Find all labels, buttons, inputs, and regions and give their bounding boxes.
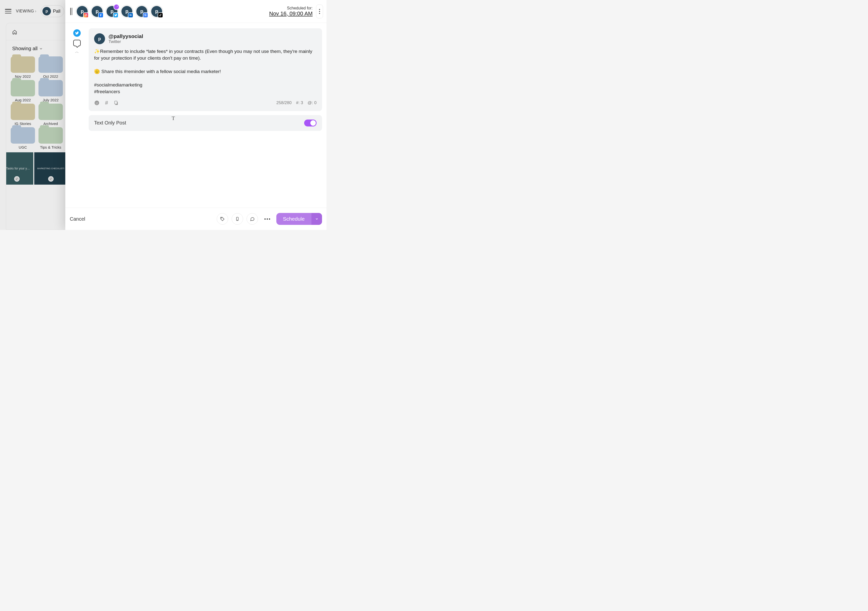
post-network: Twitter (108, 39, 143, 44)
schedule-post-modal: p p p ✓ p in p G p Scheduled for: Nov 16… (65, 0, 327, 230)
text-only-icon: T (170, 115, 176, 121)
selected-check-icon: ✓ (116, 5, 119, 8)
folder-label: Archived (43, 121, 58, 126)
folder-label: Nov 2022 (15, 74, 31, 79)
menu-icon (5, 9, 11, 13)
collapse-up-icon[interactable]: ︿ (75, 49, 79, 54)
folder-icon (11, 56, 35, 73)
chevron-down-icon (315, 217, 319, 221)
folder-icon (11, 104, 35, 120)
folder-label: Tips & Tricks (40, 145, 61, 149)
phone-icon (235, 216, 240, 221)
folder-label: Oct 2022 (43, 74, 58, 79)
schedule-button[interactable]: Schedule (276, 213, 322, 225)
folder: Oct 2022 (38, 56, 63, 79)
hashtag-count: #: 3 (296, 100, 303, 105)
svg-point-3 (95, 101, 99, 105)
home-icon (12, 30, 17, 34)
scheduled-for-label: Scheduled for: (269, 6, 313, 11)
svg-point-4 (96, 102, 96, 103)
svg-point-1 (85, 15, 87, 16)
copy-icon[interactable] (113, 100, 119, 106)
text-only-toggle[interactable] (304, 120, 316, 126)
media-thumbnail: 4 Tasks for your y…✓ (6, 152, 33, 185)
emoji-picker-icon[interactable] (94, 100, 99, 106)
folder: Aug 2022 (10, 80, 36, 102)
folder-label: UGC (19, 145, 27, 149)
account-instagram[interactable]: p (76, 5, 88, 18)
folder: UGC (10, 127, 36, 149)
tiktok-icon (158, 12, 163, 18)
folder-icon (39, 56, 63, 73)
account-tiktok[interactable]: p (150, 5, 163, 18)
folder: Archived (38, 104, 63, 126)
twitter-icon (113, 12, 118, 18)
scheduled-time[interactable]: Nov 16, 09:00 AM (269, 11, 313, 17)
chevron-down-icon (39, 47, 43, 51)
comment-button[interactable] (246, 213, 258, 225)
brand-name: Pall (53, 9, 60, 14)
mobile-preview-button[interactable] (232, 213, 243, 225)
modal-header: p p p ✓ p in p G p Scheduled for: Nov 16… (65, 0, 327, 23)
facebook-icon (98, 12, 104, 18)
svg-point-10 (237, 220, 238, 220)
sidebar: Showing all Nov 2022 Oct 2022 Aug 2022 J… (6, 23, 68, 230)
google-icon: G (143, 12, 148, 18)
brand-avatar-icon: p (42, 7, 51, 16)
folder-icon (39, 127, 63, 144)
text-only-post-row: Text Only Post (88, 115, 322, 131)
cancel-button[interactable]: Cancel (70, 216, 85, 222)
folder-icon (39, 80, 63, 96)
instagram-icon (83, 12, 88, 18)
char-count: 258/280 (276, 100, 291, 105)
folder-label: IG Stories (15, 121, 31, 126)
post-text-input[interactable]: ✨Remember to include *late fees* in your… (94, 48, 316, 95)
tag-icon (220, 216, 225, 221)
account-google[interactable]: p G (135, 5, 148, 18)
svg-rect-7 (115, 101, 117, 104)
check-icon: ✓ (14, 176, 20, 182)
folder: IG Stories (10, 104, 36, 126)
account-facebook[interactable]: p (91, 5, 104, 18)
media-thumbnail: MARKETING CHECKLIST!✓ (34, 152, 67, 185)
viewing-label: VIEWING› (16, 9, 36, 13)
folder: July 2022 (38, 80, 63, 102)
modal-footer: Cancel Schedule (65, 208, 327, 230)
more-menu-button[interactable] (316, 5, 323, 19)
schedule-dropdown-button[interactable] (311, 213, 322, 225)
text-only-label: Text Only Post (94, 120, 126, 126)
post-composer-card: p @pallyysocial Twitter ✨Remember to inc… (88, 28, 322, 111)
home-row (6, 28, 67, 40)
folder: Nov 2022 (10, 56, 36, 79)
speech-icon (250, 216, 255, 221)
mention-count: @: 0 (308, 100, 316, 105)
folder-label: Aug 2022 (15, 98, 31, 102)
hashtag-icon[interactable]: # (105, 100, 108, 106)
brand-chip: p Pall (41, 5, 64, 17)
post-avatar-icon: p (94, 33, 105, 44)
folder-label: July 2022 (43, 98, 59, 102)
post-handle: @pallyysocial (108, 33, 143, 39)
folder-icon (39, 104, 63, 120)
showing-all-dropdown: Showing all (6, 40, 67, 55)
check-icon: ✓ (48, 176, 54, 182)
svg-point-8 (222, 218, 222, 218)
comment-icon[interactable] (73, 40, 81, 46)
svg-point-5 (97, 102, 98, 103)
accounts-row: p p p ✓ p in p G p (76, 5, 163, 18)
folder-icon (11, 127, 35, 144)
collapse-handle[interactable] (70, 7, 73, 16)
side-indicators: ︿ (70, 28, 84, 202)
folder: Tips & Tricks (38, 127, 63, 149)
twitter-indicator-icon[interactable] (73, 29, 81, 37)
account-twitter[interactable]: p ✓ (105, 5, 118, 18)
tag-button[interactable] (217, 213, 228, 225)
account-linkedin[interactable]: p in (121, 5, 133, 18)
more-options-button[interactable] (262, 213, 273, 225)
linkedin-icon: in (128, 12, 133, 18)
folder-icon (11, 80, 35, 96)
